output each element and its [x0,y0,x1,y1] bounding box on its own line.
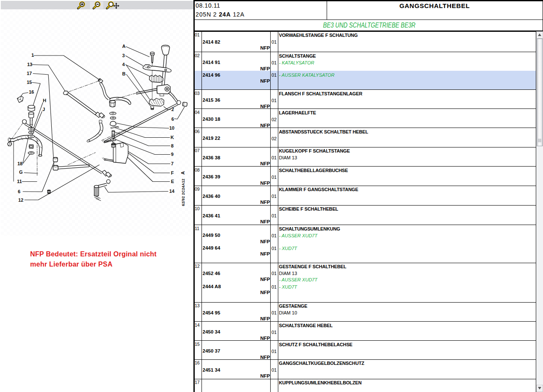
svg-text:10: 10 [169,125,174,131]
svg-text:A: A [180,171,185,175]
svg-text:62/92 2C24A12: 62/92 2C24A12 [181,178,185,206]
svg-text:4: 4 [122,62,125,67]
svg-text:E: E [171,179,174,184]
svg-text:J: J [42,107,45,112]
svg-text:8: 8 [171,143,174,148]
svg-text:1: 1 [31,53,34,58]
svg-text:B: B [122,71,126,76]
svg-text:F: F [171,170,174,175]
svg-text:A: A [122,44,126,49]
svg-text:3: 3 [122,53,125,58]
svg-text:G: G [19,170,23,175]
svg-text:6: 6 [171,117,174,122]
svg-text:15: 15 [27,80,32,85]
svg-text:K: K [171,135,174,140]
svg-text:11: 11 [17,179,22,184]
svg-text:7: 7 [171,161,174,166]
svg-text:17: 17 [27,71,32,76]
svg-text:6: 6 [18,189,20,194]
svg-text:14: 14 [169,189,175,194]
svg-text:H: H [43,98,46,103]
svg-text:9: 9 [171,152,174,157]
svg-text:16: 16 [29,89,34,95]
svg-text:18: 18 [17,161,22,166]
svg-text:12: 12 [18,197,23,203]
